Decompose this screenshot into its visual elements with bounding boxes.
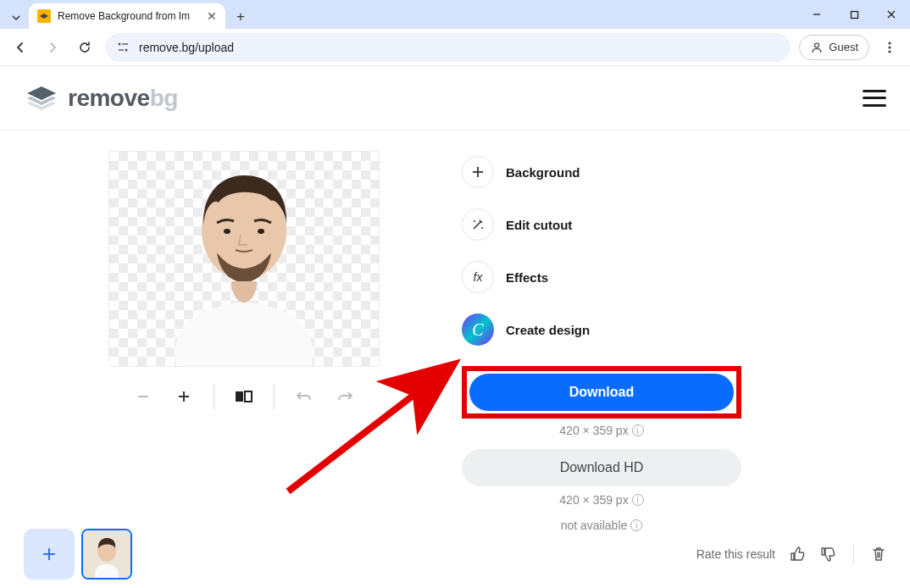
nav-reload[interactable] (73, 36, 97, 59)
profile-label: Guest (829, 41, 858, 53)
browser-tab[interactable]: Remove Background from Im ✕ (29, 3, 225, 29)
cutout-person (125, 151, 363, 366)
logo-icon (24, 85, 59, 112)
undo-button[interactable] (293, 386, 315, 408)
canva-icon: C (462, 313, 494, 346)
svg-point-22 (474, 220, 475, 222)
logo-text: removebg (68, 85, 178, 112)
image-controls (132, 384, 356, 409)
svg-point-8 (888, 42, 891, 44)
plus-icon (462, 156, 494, 188)
preview-column (0, 151, 462, 544)
window-minimize[interactable] (798, 0, 835, 29)
nav-back[interactable] (8, 36, 32, 59)
tool-label: Create design (506, 323, 590, 337)
url-bar[interactable]: remove.bg/upload (105, 33, 791, 62)
svg-point-13 (258, 229, 264, 234)
tab-close-icon[interactable]: ✕ (207, 9, 217, 23)
hamburger-menu[interactable] (863, 90, 886, 107)
svg-point-12 (224, 229, 230, 234)
site-settings-icon[interactable] (117, 42, 130, 53)
main-content: Background Edit cutout fx Effects C Crea… (0, 130, 910, 544)
url-text: remove.bg/upload (139, 41, 234, 54)
tab-title: Remove Background from Im (58, 10, 200, 22)
browser-toolbar: remove.bg/upload Guest (0, 29, 910, 66)
fx-icon: fx (462, 261, 494, 293)
thumbs-down-button[interactable] (819, 546, 836, 563)
divider (214, 384, 214, 409)
rate-label: Rate this result (696, 547, 775, 561)
window-close[interactable] (873, 0, 910, 29)
zoom-in-button[interactable] (173, 386, 195, 408)
download-hd-button[interactable]: Download HD (462, 449, 741, 486)
tool-edit-cutout[interactable]: Edit cutout (462, 208, 741, 241)
tool-label: Effects (506, 270, 548, 285)
download-button[interactable]: Download (469, 374, 734, 411)
info-icon[interactable]: i (632, 424, 644, 436)
browser-tab-strip: Remove Background from Im ✕ + (0, 0, 910, 29)
divider (274, 384, 275, 409)
divider (853, 545, 854, 563)
svg-rect-2 (851, 11, 857, 18)
thumbnails (24, 529, 132, 580)
tool-label: Edit cutout (506, 218, 572, 232)
tool-effects[interactable]: fx Effects (462, 261, 741, 293)
add-image-button[interactable] (24, 529, 75, 580)
tabs-dropdown[interactable] (7, 7, 25, 29)
nav-forward[interactable] (41, 36, 64, 59)
download-size: 420 × 359 px i (462, 424, 741, 437)
svg-point-10 (888, 50, 891, 53)
compare-button[interactable] (233, 386, 255, 408)
window-maximize[interactable] (835, 0, 873, 29)
rate-section: Rate this result (696, 545, 886, 563)
browser-menu[interactable] (878, 36, 902, 59)
svg-rect-17 (236, 391, 243, 402)
tool-label: Background (506, 165, 580, 180)
svg-point-5 (125, 48, 128, 51)
page-header: removebg (0, 66, 910, 130)
redo-button[interactable] (334, 386, 356, 408)
svg-point-21 (481, 227, 483, 229)
annotation-highlight: Download (462, 366, 741, 419)
svg-point-3 (119, 42, 121, 45)
profile-chip[interactable]: Guest (799, 35, 869, 60)
window-controls (798, 0, 910, 29)
bottom-bar: Rate this result (0, 529, 910, 580)
actions-column: Background Edit cutout fx Effects C Crea… (462, 151, 741, 544)
svg-point-9 (888, 46, 891, 48)
svg-rect-18 (245, 391, 252, 402)
thumbs-up-button[interactable] (789, 546, 806, 563)
delete-button[interactable] (871, 546, 886, 563)
tool-background[interactable]: Background (462, 156, 741, 188)
tool-create-design[interactable]: C Create design (462, 313, 741, 346)
logo[interactable]: removebg (24, 85, 178, 112)
person-icon (810, 41, 824, 54)
download-section: Download 420 × 359 px i Download HD 420 … (462, 366, 741, 532)
info-icon[interactable]: i (632, 494, 644, 506)
thumbnail-item[interactable] (81, 529, 132, 580)
new-tab-button[interactable]: + (229, 5, 252, 29)
wand-icon (462, 208, 494, 241)
result-preview[interactable] (108, 151, 380, 367)
tab-favicon (37, 9, 51, 23)
download-hd-size: 420 × 359 px i (462, 493, 741, 507)
svg-point-7 (815, 43, 819, 47)
zoom-out-button[interactable] (132, 386, 154, 408)
